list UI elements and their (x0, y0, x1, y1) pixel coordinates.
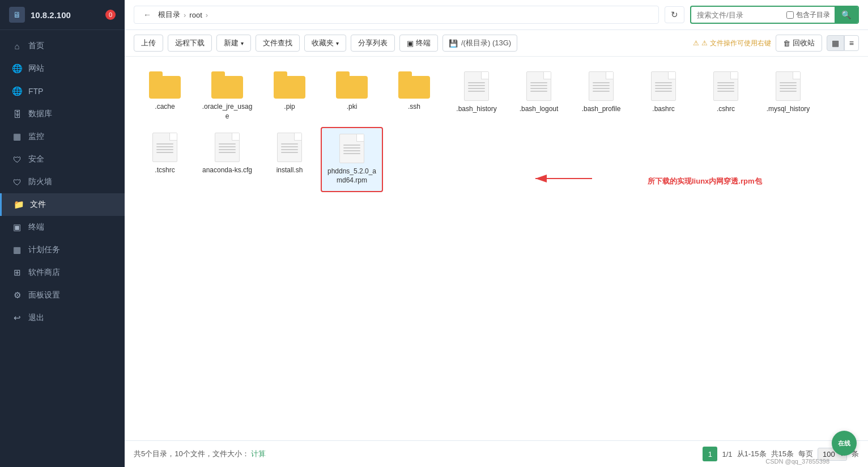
file-item-pip[interactable]: .pip (258, 66, 321, 127)
recycle-icon: 🗑 (783, 39, 790, 48)
sidebar-item-monitor[interactable]: ▦监控 (0, 125, 125, 148)
folder-icon (336, 71, 368, 99)
sidebar-item-firewall[interactable]: 🛡防火墙 (0, 171, 125, 193)
favorites-arrow: ▾ (336, 40, 339, 46)
view-list-button[interactable]: ≡ (844, 35, 859, 51)
sidebar-icon-appstore: ⊞ (11, 268, 23, 278)
file-name: .cshrc (717, 104, 735, 114)
warning-icon: ⚠ (693, 39, 699, 47)
sidebar-item-appstore[interactable]: ⊞软件商店 (0, 261, 125, 284)
disk-info: 💾 /(根目录) (13G) (442, 35, 517, 52)
sidebar-label-settings: 面板设置 (28, 290, 60, 300)
annotation-text: 所下载的实现liunx内网穿透.rpm包 (648, 176, 762, 186)
file-item-cshrc[interactable]: .cshrc (695, 66, 757, 127)
refresh-button[interactable]: ↻ (665, 6, 684, 23)
sidebar-item-ftp[interactable]: 🌐FTP (0, 80, 125, 103)
file-name: .mysql_history (767, 104, 810, 114)
terminal-icon: ▣ (407, 39, 414, 48)
file-name: .oracle_jre_usage (201, 102, 254, 121)
terminal-button[interactable]: ▣ 终端 (399, 35, 438, 52)
sidebar-label-monitor: 监控 (28, 131, 44, 142)
file-item-anaconda_ks[interactable]: anaconda-ks.cfg (196, 127, 258, 193)
sidebar-item-security[interactable]: 🛡安全 (0, 148, 125, 171)
file-item-phddns[interactable]: phddns_5.2.0_amd64.rpm (321, 127, 383, 193)
sidebar-label-firewall: 防火墙 (28, 177, 52, 187)
upload-button[interactable]: 上传 (134, 35, 163, 52)
file-name: install.sh (276, 165, 303, 175)
sidebar-item-website[interactable]: 🌐网站 (0, 57, 125, 80)
file-doc-icon (713, 71, 738, 101)
sidebar-item-files[interactable]: 📁文件 (0, 193, 125, 216)
search-subdirectory-checkbox[interactable] (786, 11, 794, 19)
sidebar-icon-files: 📁 (13, 199, 24, 210)
sidebar-label-security: 安全 (28, 154, 44, 164)
favorites-button[interactable]: 收藏夹 ▾ (304, 35, 346, 52)
file-item-pki[interactable]: .pki (321, 66, 383, 127)
file-item-bash_logout[interactable]: .bash_logout (508, 66, 570, 127)
sidebar-icon-settings: ⚙ (11, 290, 23, 300)
sidebar-item-crontab[interactable]: ▦计划任务 (0, 239, 125, 261)
breadcrumb-back-btn[interactable]: ← (140, 9, 155, 20)
folder-icon (211, 71, 243, 99)
new-button[interactable]: 新建 ▾ (216, 35, 251, 52)
file-ops-hint: ⚠ ⚠ 文件操作可使用右键 (693, 39, 771, 48)
sidebar-icon-website: 🌐 (11, 63, 23, 74)
sidebar-item-terminal[interactable]: ▣终端 (0, 216, 125, 239)
file-name: .bashrc (652, 104, 674, 114)
footer-calc-link[interactable]: 计算 (251, 449, 266, 458)
sidebar-icon-firewall: 🛡 (11, 177, 23, 187)
folder-icon (398, 71, 430, 99)
search-input[interactable] (691, 8, 782, 22)
file-name: .pki (347, 102, 358, 112)
sidebar-item-settings[interactable]: ⚙面板设置 (0, 284, 125, 307)
file-name: .cache (155, 102, 175, 112)
file-doc-icon (589, 71, 614, 101)
breadcrumb-sep1: › (184, 11, 186, 19)
file-item-bash_history[interactable]: .bash_history (445, 66, 508, 127)
breadcrumb: ← 根目录 › root › (134, 6, 659, 24)
file-item-cache[interactable]: .cache (134, 66, 196, 127)
sidebar-label-files: 文件 (30, 199, 46, 210)
sidebar-icon-monitor: ▦ (11, 131, 23, 142)
sidebar-item-logout[interactable]: ↩退出 (0, 307, 125, 329)
breadcrumb-root[interactable]: 根目录 (158, 10, 180, 20)
recycle-button[interactable]: 🗑 回收站 (776, 35, 822, 52)
sidebar-logo-icon: 🖥 (9, 7, 25, 23)
file-item-mysql_history[interactable]: .mysql_history (757, 66, 819, 127)
sidebar-label-ftp: FTP (28, 87, 43, 96)
file-item-bash_profile[interactable]: .bash_profile (570, 66, 632, 127)
file-doc-icon (776, 71, 801, 101)
sidebar-label-terminal: 终端 (28, 222, 44, 232)
find-button[interactable]: 文件查找 (256, 35, 300, 52)
sidebar-item-home[interactable]: ⌂首页 (0, 35, 125, 57)
sidebar-nav: ⌂首页🌐网站🌐FTP🗄数据库▦监控🛡安全🛡防火墙📁文件▣终端▦计划任务⊞软件商店… (0, 30, 125, 467)
file-name: .pip (284, 102, 295, 112)
file-item-ssh[interactable]: .ssh (383, 66, 445, 127)
view-grid-button[interactable]: ▦ (827, 35, 844, 51)
sidebar-icon-home: ⌂ (11, 41, 23, 51)
file-area: .cache .oracle_jre_usage .pip .pki (125, 57, 868, 440)
breadcrumb-current[interactable]: root (189, 11, 202, 19)
search-button[interactable]: 🔍 (835, 7, 858, 23)
sidebar-item-database[interactable]: 🗄数据库 (0, 103, 125, 125)
footer: 共5个目录，10个文件，文件大小： 计算 1 1/1 从1-15条 共15条 每… (125, 440, 868, 467)
sidebar-icon-database: 🗄 (11, 109, 23, 119)
sidebar-icon-terminal: ▣ (11, 222, 23, 232)
share-button[interactable]: 分享列表 (351, 35, 395, 52)
file-item-oracle_jre_usage[interactable]: .oracle_jre_usage (196, 66, 258, 127)
file-doc-icon (215, 133, 240, 162)
page-current-btn[interactable]: 1 (703, 447, 717, 461)
sidebar-icon-security: 🛡 (11, 155, 23, 164)
file-item-install_sh[interactable]: install.sh (258, 127, 321, 193)
file-name: .bash_profile (582, 104, 621, 114)
file-item-bashrc[interactable]: .bashrc (632, 66, 695, 127)
remote-download-button[interactable]: 远程下载 (168, 35, 212, 52)
file-name: .bash_history (456, 104, 496, 114)
annotation-area: 所下载的实现liunx内网穿透.rpm包 (530, 167, 762, 190)
file-item-tcshrc[interactable]: .tcshrc (134, 127, 196, 193)
main-content: ← 根目录 › root › ↻ 包含子目录 🔍 上传 远程下载 新建 ▾ 文件… (125, 0, 868, 467)
footer-info: 共5个目录，10个文件，文件大小： 计算 (134, 449, 703, 459)
search-subdirectory-label[interactable]: 包含子目录 (782, 10, 835, 20)
sidebar: 🖥 10.8.2.100 0 ⌂首页🌐网站🌐FTP🗄数据库▦监控🛡安全🛡防火墙📁… (0, 0, 125, 467)
online-badge[interactable]: 在线 (832, 431, 857, 456)
